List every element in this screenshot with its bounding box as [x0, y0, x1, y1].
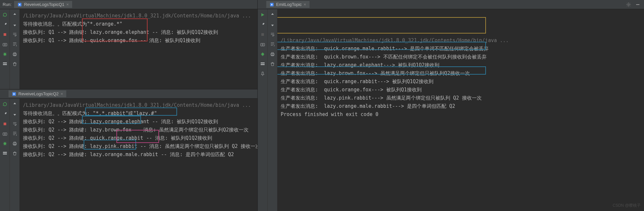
svg-point-4 [4, 53, 6, 56]
console-line: Process finished with exit code 0 [281, 110, 641, 119]
run-gutter-inner [10, 9, 20, 89]
highlight-box [277, 17, 486, 34]
soft-wrap-icon[interactable] [12, 121, 18, 127]
svg-rect-6 [3, 64, 7, 65]
tab-label: ReveiveLogsTopicQ2 [18, 91, 59, 96]
up-arrow-icon[interactable] [12, 101, 18, 107]
run-gutter-left [0, 9, 10, 89]
bug-icon[interactable] [260, 51, 266, 57]
run-panel-emit: EmitLogTopic × [258, 0, 644, 211]
svg-rect-2 [3, 43, 7, 46]
up-arrow-icon[interactable] [12, 12, 18, 18]
console-line: /Library/Java/JavaVirtualMachines/jdk1.8… [23, 12, 254, 20]
gear-icon[interactable] [626, 2, 632, 8]
tab-header-q1: Run: ReveiveLogsTopicQ1 × [0, 0, 257, 9]
svg-rect-24 [261, 43, 265, 46]
down-arrow-icon[interactable] [12, 111, 18, 117]
minimize-icon[interactable] [635, 2, 641, 8]
stop-icon[interactable] [2, 121, 8, 127]
run-gutter-inner [268, 9, 277, 211]
wrench-icon[interactable] [2, 111, 8, 117]
svg-rect-28 [261, 64, 265, 65]
run-config-icon [270, 2, 274, 7]
run-label: Run: [3, 2, 11, 7]
stop-icon[interactable] [2, 32, 8, 37]
tab-emit[interactable]: EmitLogTopic × [266, 1, 310, 8]
svg-rect-22 [636, 4, 639, 5]
pin-icon[interactable] [260, 71, 266, 77]
console-line: 接收队列: Q2 --> 路由键: lazy.orange.elephant -… [23, 118, 254, 126]
svg-point-3 [4, 44, 6, 45]
bug-icon[interactable] [2, 141, 8, 147]
camera-icon[interactable] [260, 41, 266, 47]
svg-point-14 [4, 142, 6, 145]
camera-icon[interactable] [2, 41, 8, 47]
play-icon[interactable] [260, 12, 266, 18]
tab-label: EmitLogTopic [276, 2, 302, 7]
console-line: 生产者发出消息: quick.brown.fox---> 不匹配任何绑定不会被任… [281, 53, 641, 61]
print-icon[interactable] [12, 51, 18, 57]
close-icon[interactable]: × [66, 2, 69, 7]
console-line: 生产者发出消息: lazy.orange.elephant---> 被队列Q1Q… [281, 61, 641, 69]
camera-icon[interactable] [2, 131, 8, 137]
layout-icon[interactable] [2, 61, 8, 67]
print-icon[interactable] [12, 141, 18, 147]
svg-point-26 [261, 53, 264, 56]
rerun-icon[interactable] [2, 101, 8, 107]
watermark: CSDN @嘤桃子 [613, 201, 641, 210]
down-arrow-icon[interactable] [12, 22, 18, 28]
soft-wrap-icon[interactable] [270, 32, 275, 37]
console-line: 等待接收消息。。匹配模式为"*.orange.*" [23, 20, 254, 28]
trash-icon[interactable] [270, 61, 275, 67]
console-line: 接收队列: Q2 --> 路由键: quick.range.rabbit -- … [23, 134, 254, 142]
run-panel-q1: Run: ReveiveLogsTopicQ1 × [0, 0, 257, 89]
svg-rect-18 [14, 142, 16, 143]
layout-icon[interactable] [2, 151, 8, 156]
run-panel-q2: ReveiveLogsTopicQ2 × /Library/Jav [0, 89, 257, 211]
console-output-q2[interactable]: /Library/Java/JavaVirtualMachines/jdk1.8… [20, 99, 257, 211]
svg-rect-8 [14, 53, 16, 54]
bug-icon[interactable] [2, 51, 8, 57]
console-output-emit[interactable]: CSDN @嘤桃子 /Library/Java/JavaVirtualMachi… [277, 9, 644, 211]
tab-header-q2: ReveiveLogsTopicQ2 × [0, 89, 257, 99]
svg-rect-30 [272, 53, 273, 54]
svg-rect-15 [3, 152, 7, 153]
scroll-to-end-icon[interactable] [270, 41, 275, 47]
console-line: 生产者发出消息: lazy.pink.rabbit---> 虽然满足两个绑定但只… [281, 94, 641, 102]
console-line: 生产者发出消息: quick.orange.male.rabbit---> 是四… [281, 45, 641, 53]
tab-q1[interactable]: ReveiveLogsTopicQ1 × [14, 1, 72, 8]
console-line: 接收队列: Q2 --> 路由键: lazy.pink.rabbit -- 消息… [23, 142, 254, 151]
svg-rect-27 [261, 62, 265, 63]
run-gutter-left [258, 9, 268, 211]
trash-icon[interactable] [12, 151, 18, 156]
close-icon[interactable]: × [61, 91, 63, 96]
scroll-to-end-icon[interactable] [12, 131, 18, 137]
run-config-icon [12, 92, 16, 96]
wrench-icon[interactable] [2, 22, 8, 28]
down-arrow-icon[interactable] [270, 22, 275, 28]
tab-label: ReveiveLogsTopicQ1 [24, 2, 64, 7]
print-icon[interactable] [270, 51, 275, 57]
svg-point-25 [262, 44, 263, 45]
console-line: 接收队列: Q1 --> 路由键: quick.orange.fox -- 消息… [23, 36, 254, 45]
tab-q2[interactable]: ReveiveLogsTopicQ2 × [9, 90, 66, 97]
rerun-icon[interactable] [2, 12, 8, 18]
console-line: 接收队列: Q2 --> 路由键: lazy.orange.male.rabbi… [23, 151, 254, 159]
svg-point-21 [628, 4, 630, 5]
console-line: 接收队列: Q2 --> 路由键: lazy.brown.fox -- 消息: … [23, 126, 254, 134]
svg-rect-5 [3, 62, 7, 63]
svg-rect-23 [261, 33, 264, 36]
up-arrow-icon[interactable] [270, 12, 275, 18]
close-icon[interactable]: × [304, 2, 306, 7]
console-line: 生产者发出消息: lazy.brown.fox---> 虽然满足两个绑定但只被队… [281, 69, 641, 78]
svg-rect-16 [3, 153, 7, 154]
console-line: /Library/Java/JavaVirtualMachines/jdk1.8… [23, 101, 254, 109]
console-output-q1[interactable]: /Library/Java/JavaVirtualMachines/jdk1.8… [20, 9, 257, 89]
soft-wrap-icon[interactable] [12, 32, 18, 37]
console-line: 生产者发出消息: lazy.orange.male.rabbit---> 是四个… [281, 102, 641, 110]
wrench-icon[interactable] [260, 22, 266, 28]
layout-icon[interactable] [260, 61, 266, 67]
scroll-to-end-icon[interactable] [12, 41, 18, 47]
trash-icon[interactable] [12, 61, 18, 67]
console-line: 生产者发出消息: quick.orange.fox---> 被队列Q1接收到 [281, 86, 641, 94]
